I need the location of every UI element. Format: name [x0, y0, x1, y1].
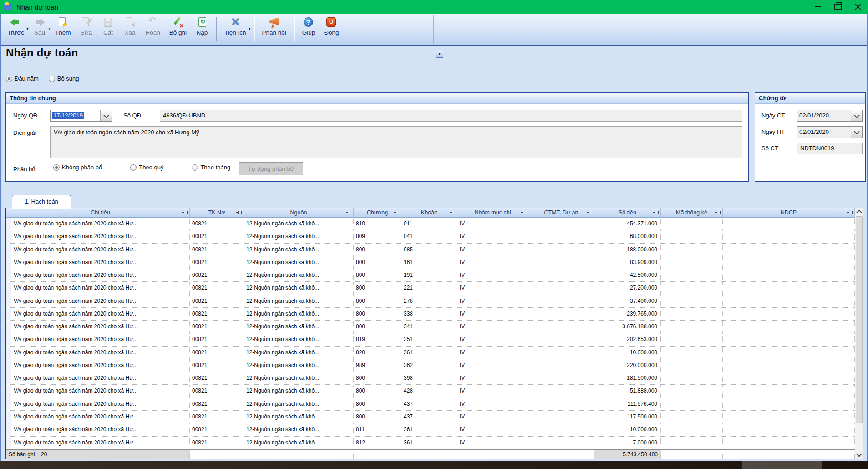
table-row[interactable]: V/v giao dự toán ngân sách năm 2020 cho …: [6, 437, 855, 449]
cell-chuong[interactable]: 810: [354, 218, 401, 230]
cell-chuong[interactable]: 989: [354, 359, 401, 372]
cell-ma_thong_ke[interactable]: [661, 411, 723, 423]
cell-so_tien[interactable]: 37.400.000: [594, 295, 661, 307]
cell-ctmt[interactable]: [528, 333, 594, 346]
cell-chuong[interactable]: 809: [354, 230, 401, 243]
cell-tk_no[interactable]: 00821: [190, 411, 244, 423]
column-header-nhom_muc_chi[interactable]: Nhóm mục chi: [457, 208, 528, 217]
scrollbar-thumb[interactable]: [856, 216, 863, 423]
cell-chi_tieu[interactable]: V/v giao dự toán ngân sách năm 2020 cho …: [11, 372, 190, 384]
cell-ma_thong_ke[interactable]: [661, 244, 723, 256]
cell-ndcp[interactable]: [723, 269, 855, 281]
cell-ma_thong_ke[interactable]: [661, 372, 723, 384]
cell-ndcp[interactable]: [723, 423, 855, 436]
cell-ma_thong_ke[interactable]: [661, 437, 723, 449]
dien-giai-textarea[interactable]: V/v giao dự toán ngân sách năm 2020 cho …: [50, 126, 742, 158]
cell-nhom_muc_chi[interactable]: IV: [457, 321, 528, 333]
cell-chi_tieu[interactable]: V/v giao dự toán ngân sách năm 2020 cho …: [11, 359, 190, 372]
cell-tk_no[interactable]: 00821: [190, 230, 244, 243]
toolbar-button-power[interactable]: Đóng: [320, 14, 343, 45]
cell-nhom_muc_chi[interactable]: IV: [457, 308, 528, 320]
cell-so_tien[interactable]: 188.000.000: [594, 244, 661, 256]
cell-chi_tieu[interactable]: V/v giao dự toán ngân sách năm 2020 cho …: [11, 321, 190, 333]
cell-khoan[interactable]: 398: [401, 372, 457, 384]
cell-so_tien[interactable]: 117.500.000: [594, 411, 661, 423]
pin-icon[interactable]: [182, 211, 188, 214]
cell-tk_no[interactable]: 00821: [190, 385, 244, 397]
pin-icon[interactable]: [394, 211, 399, 214]
cell-chi_tieu[interactable]: V/v giao dự toán ngân sách năm 2020 cho …: [11, 269, 190, 281]
cell-ma_thong_ke[interactable]: [661, 218, 723, 230]
cell-nhom_muc_chi[interactable]: IV: [457, 282, 528, 294]
cell-ndcp[interactable]: [723, 282, 855, 294]
pin-icon[interactable]: [847, 211, 853, 214]
cell-ndcp[interactable]: [723, 333, 855, 346]
cell-so_tien[interactable]: 27.200.000: [594, 282, 661, 294]
cell-khoan[interactable]: 011: [401, 218, 457, 230]
cell-nguon[interactable]: 12-Nguồn ngân sách xã khô...: [244, 359, 354, 372]
cell-tk_no[interactable]: 00821: [190, 308, 244, 320]
cell-khoan[interactable]: 362: [401, 359, 457, 372]
vertical-scrollbar[interactable]: [855, 208, 863, 459]
ngay-qd-value[interactable]: 17/12/2019: [51, 110, 100, 121]
cell-nguon[interactable]: 12-Nguồn ngân sách xã khô...: [244, 398, 354, 410]
cell-so_tien[interactable]: 83.909.000: [594, 256, 661, 269]
cell-chuong[interactable]: 800: [354, 411, 401, 423]
cell-khoan[interactable]: 437: [401, 411, 457, 423]
cell-chuong[interactable]: 800: [354, 269, 401, 281]
cell-ctmt[interactable]: [528, 372, 594, 384]
cell-ndcp[interactable]: [723, 321, 855, 333]
cell-chi_tieu[interactable]: V/v giao dự toán ngân sách năm 2020 cho …: [11, 295, 190, 307]
cell-chi_tieu[interactable]: V/v giao dự toán ngân sách năm 2020 cho …: [11, 437, 190, 449]
ngay-ct-value[interactable]: 02/01/2020: [797, 110, 851, 121]
scroll-down-button[interactable]: [855, 451, 863, 459]
table-row[interactable]: V/v giao dự toán ngân sách năm 2020 cho …: [6, 398, 855, 411]
cell-nguon[interactable]: 12-Nguồn ngân sách xã khô...: [244, 411, 354, 423]
ngay-qd-datepicker[interactable]: 17/12/2019: [50, 110, 112, 122]
cell-tk_no[interactable]: 00821: [190, 333, 244, 346]
cell-chuong[interactable]: 800: [354, 308, 401, 320]
column-header-nguon[interactable]: Nguồn: [244, 208, 354, 217]
cell-tk_no[interactable]: 00821: [190, 269, 244, 281]
column-header-so_tien[interactable]: Số tiền: [594, 208, 661, 217]
toolbar-button-tools[interactable]: Tiện ích▾: [220, 14, 251, 45]
cell-ctmt[interactable]: [528, 321, 594, 333]
cell-nhom_muc_chi[interactable]: IV: [457, 411, 528, 423]
cell-so_tien[interactable]: 42.500.000: [594, 269, 661, 281]
cell-ndcp[interactable]: [723, 437, 855, 449]
cell-chuong[interactable]: 800: [354, 385, 401, 397]
cell-khoan[interactable]: 191: [401, 269, 457, 281]
cell-chi_tieu[interactable]: V/v giao dự toán ngân sách năm 2020 cho …: [11, 398, 190, 410]
cell-nguon[interactable]: 12-Nguồn ngân sách xã khô...: [244, 282, 354, 294]
cell-ma_thong_ke[interactable]: [661, 295, 723, 307]
table-row[interactable]: V/v giao dự toán ngân sách năm 2020 cho …: [6, 359, 855, 372]
toolbar-button-pencil-x[interactable]: Bỏ ghi: [165, 14, 191, 45]
cell-nhom_muc_chi[interactable]: IV: [457, 398, 528, 410]
cell-ctmt[interactable]: [528, 269, 594, 281]
cell-nhom_muc_chi[interactable]: IV: [457, 347, 528, 359]
cell-nguon[interactable]: 12-Nguồn ngân sách xã khô...: [244, 385, 354, 397]
cell-khoan[interactable]: 085: [401, 244, 457, 256]
cell-ctmt[interactable]: [528, 423, 594, 436]
cell-khoan[interactable]: 351: [401, 333, 457, 346]
cell-ndcp[interactable]: [723, 308, 855, 320]
cell-nguon[interactable]: 12-Nguồn ngân sách xã khô...: [244, 333, 354, 346]
cell-so_tien[interactable]: 51.888.000: [594, 385, 661, 397]
cell-tk_no[interactable]: 00821: [190, 372, 244, 384]
cell-chi_tieu[interactable]: V/v giao dự toán ngân sách năm 2020 cho …: [11, 385, 190, 397]
cell-so_tien[interactable]: 3.676.188.000: [594, 321, 661, 333]
cell-nhom_muc_chi[interactable]: IV: [457, 256, 528, 269]
table-row[interactable]: V/v giao dự toán ngân sách năm 2020 cho …: [6, 308, 855, 321]
toolbar-button-arrow-left[interactable]: Trước▾: [3, 14, 29, 45]
table-row[interactable]: V/v giao dự toán ngân sách năm 2020 cho …: [6, 256, 855, 269]
cell-ndcp[interactable]: [723, 411, 855, 423]
cell-nhom_muc_chi[interactable]: IV: [457, 218, 528, 230]
phan-bo-option-0[interactable]: Không phân bổ: [53, 164, 102, 171]
cell-tk_no[interactable]: 00821: [190, 398, 244, 410]
cell-ndcp[interactable]: [723, 295, 855, 307]
ngay-ct-dropdown-button[interactable]: [851, 110, 862, 121]
cell-ndcp[interactable]: [723, 398, 855, 410]
cell-nguon[interactable]: 12-Nguồn ngân sách xã khô...: [244, 230, 354, 243]
cell-ndcp[interactable]: [723, 230, 855, 243]
cell-ndcp[interactable]: [723, 385, 855, 397]
